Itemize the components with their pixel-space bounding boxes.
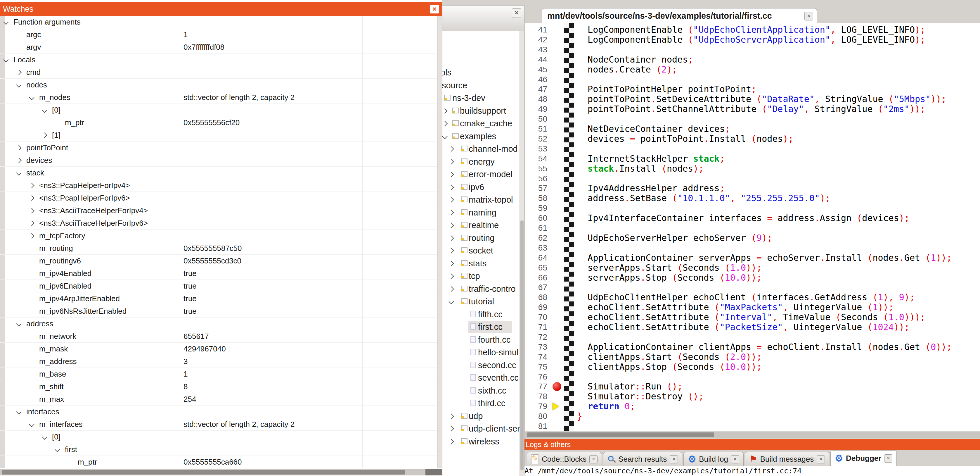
- chevron-down-icon[interactable]: [16, 409, 21, 414]
- tree-item-examples[interactable]: examples: [442, 130, 520, 143]
- chevron-right-icon[interactable]: [449, 235, 454, 241]
- chevron-right-icon[interactable]: [449, 222, 454, 228]
- line-number[interactable]: 54: [525, 154, 547, 164]
- code-line-62[interactable]: 62 UdpEchoServerHelper echoServer (9);: [525, 233, 980, 243]
- code-line-47[interactable]: 47 PointToPointHelper pointToPoint;: [525, 84, 980, 94]
- watch-row-argc[interactable]: argc1: [0, 28, 442, 41]
- code-line-81[interactable]: 81: [525, 421, 980, 431]
- tree-item-tutorial[interactable]: tutorial: [442, 295, 520, 308]
- log-tab-search-results[interactable]: Search results×: [603, 452, 682, 466]
- watch-row-function-arguments[interactable]: Function arguments: [0, 16, 442, 28]
- close-icon[interactable]: ×: [670, 455, 678, 463]
- watch-row-m-max[interactable]: m_max254: [0, 393, 442, 406]
- watch-row--ns3-asciitracehelperforipv4-[interactable]: <ns3::AsciiTraceHelperForIpv4>: [0, 204, 442, 217]
- watch-row-m-shift[interactable]: m_shift8: [0, 380, 442, 393]
- chevron-down-icon[interactable]: [55, 447, 60, 452]
- watch-row-m-network[interactable]: m_network655617: [0, 330, 442, 343]
- chevron-right-icon[interactable]: [449, 439, 454, 444]
- code-line-80[interactable]: 80}: [525, 411, 980, 421]
- chevron-right-icon[interactable]: [16, 158, 21, 163]
- tree-item-channel-mod[interactable]: channel-mod: [442, 143, 520, 155]
- code-line-43[interactable]: 43: [525, 45, 980, 55]
- watch-row--1-[interactable]: [1]: [0, 129, 442, 142]
- code-line-69[interactable]: 69 echoClient.SetAttribute ("MaxPackets"…: [525, 302, 980, 312]
- chevron-right-icon[interactable]: [442, 121, 448, 126]
- line-number[interactable]: 50: [525, 114, 547, 124]
- code-line-52[interactable]: 52 devices = pointToPoint.Install (nodes…: [525, 134, 980, 144]
- chevron-right-icon[interactable]: [29, 208, 34, 213]
- watches-scrollbar-handle[interactable]: [2, 470, 405, 474]
- log-tab-build-messages[interactable]: ⚑Build messages×: [745, 452, 829, 466]
- chevron-right-icon[interactable]: [449, 184, 454, 190]
- chevron-down-icon[interactable]: [16, 170, 21, 176]
- line-number[interactable]: 65: [525, 263, 547, 273]
- line-number[interactable]: 78: [525, 391, 547, 401]
- chevron-down-icon[interactable]: [29, 95, 34, 100]
- watch-row-pointtopoint[interactable]: pointToPoint: [0, 142, 442, 154]
- chevron-right-icon[interactable]: [449, 426, 454, 431]
- watch-row-m-ipv4arpjitterenabled[interactable]: m_ipv4ArpJitterEnabledtrue: [0, 292, 442, 305]
- tree-item-naming[interactable]: naming: [442, 206, 520, 219]
- line-number[interactable]: 73: [525, 342, 547, 352]
- chevron-right-icon[interactable]: [42, 133, 47, 138]
- watch-row--ns3-asciitracehelperforipv6-[interactable]: <ns3::AsciiTraceHelperForIpv6>: [0, 217, 442, 230]
- code-line-50[interactable]: 50: [525, 114, 980, 124]
- line-number[interactable]: 47: [525, 84, 547, 94]
- code-line-41[interactable]: 41 LogComponentEnable ("UdpEchoClientApp…: [525, 25, 980, 35]
- line-number[interactable]: 58: [525, 193, 547, 203]
- line-number[interactable]: 70: [525, 312, 547, 322]
- code-line-54[interactable]: 54 InternetStackHelper stack;: [525, 154, 980, 164]
- code-line-78[interactable]: 78 Simulator::Destroy ();: [525, 391, 980, 401]
- line-number[interactable]: 76: [525, 372, 547, 382]
- watch-row-m-routingv6[interactable]: m_routingv60x5555555cd3c0: [0, 255, 442, 267]
- chevron-right-icon[interactable]: [442, 108, 448, 113]
- watch-row-m-routing[interactable]: m_routing0x555555587c50: [0, 242, 442, 255]
- close-icon[interactable]: ×: [804, 12, 813, 21]
- chevron-right-icon[interactable]: [449, 286, 454, 292]
- chevron-right-icon[interactable]: [29, 195, 34, 201]
- breakpoint-marker[interactable]: [552, 382, 564, 391]
- code-line-42[interactable]: 42 LogComponentEnable ("UdpEchoServerApp…: [525, 35, 980, 45]
- line-number[interactable]: 81: [525, 421, 547, 431]
- tree-item-third-cc[interactable]: third.cc: [442, 397, 520, 410]
- line-number[interactable]: 80: [525, 411, 547, 421]
- code-line-55[interactable]: 55 stack.Install (nodes);: [525, 164, 980, 174]
- line-number[interactable]: 49: [525, 104, 547, 114]
- code-line-68[interactable]: 68 UdpEchoClientHelper echoClient (inter…: [525, 292, 980, 302]
- line-number[interactable]: 62: [525, 233, 547, 243]
- line-number[interactable]: 71: [525, 322, 547, 332]
- line-number[interactable]: 75: [525, 362, 547, 372]
- code-line-71[interactable]: 71 echoClient.SetAttribute ("PacketSize"…: [525, 322, 980, 332]
- chevron-down-icon[interactable]: [16, 82, 21, 88]
- watch-row-m-address[interactable]: m_address3: [0, 355, 442, 368]
- chevron-down-icon[interactable]: [16, 321, 21, 326]
- code-line-72[interactable]: 72: [525, 332, 980, 342]
- line-number[interactable]: 77: [525, 382, 547, 391]
- code-line-49[interactable]: 49 pointToPoint.SetChannelAttribute ("De…: [525, 104, 980, 114]
- chevron-right-icon[interactable]: [449, 261, 454, 266]
- watch-row-m-interfaces[interactable]: m_interfacesstd::vector of length 2, cap…: [0, 418, 442, 431]
- chevron-right-icon[interactable]: [449, 210, 454, 215]
- watch-row-m-ptr[interactable]: m_ptr0x5555555ca660: [0, 456, 442, 468]
- code-line-59[interactable]: 59: [525, 203, 980, 213]
- line-number[interactable]: 45: [525, 65, 547, 75]
- line-number[interactable]: 69: [525, 302, 547, 312]
- code-line-65[interactable]: 65 serverApps.Start (Seconds (1.0));: [525, 263, 980, 273]
- code-line-48[interactable]: 48 pointToPoint.SetDeviceAttribute ("Dat…: [525, 94, 980, 104]
- watch-row-m-mask[interactable]: m_mask4294967040: [0, 343, 442, 355]
- chevron-down-icon[interactable]: [449, 299, 454, 304]
- watch-row-m-ipv4enabled[interactable]: m_ipv4Enabledtrue: [0, 267, 442, 280]
- code-line-79[interactable]: 79 return 0;: [525, 401, 980, 411]
- chevron-right-icon[interactable]: [449, 159, 454, 165]
- close-icon[interactable]: ×: [731, 455, 739, 463]
- tree-item-hello-simul[interactable]: hello-simul: [442, 346, 520, 359]
- code-line-61[interactable]: 61: [525, 223, 980, 233]
- tree-item-ns-3-dev[interactable]: ns-3-dev: [442, 92, 520, 104]
- line-number[interactable]: 67: [525, 283, 547, 292]
- watch-row-interfaces[interactable]: interfaces: [0, 406, 442, 418]
- code-line-67[interactable]: 67: [525, 283, 980, 292]
- line-number[interactable]: 64: [525, 253, 547, 263]
- tree-scrollbar-handle[interactable]: [520, 220, 523, 470]
- tree-item-wireless[interactable]: wireless: [442, 435, 520, 448]
- line-number[interactable]: 61: [525, 223, 547, 233]
